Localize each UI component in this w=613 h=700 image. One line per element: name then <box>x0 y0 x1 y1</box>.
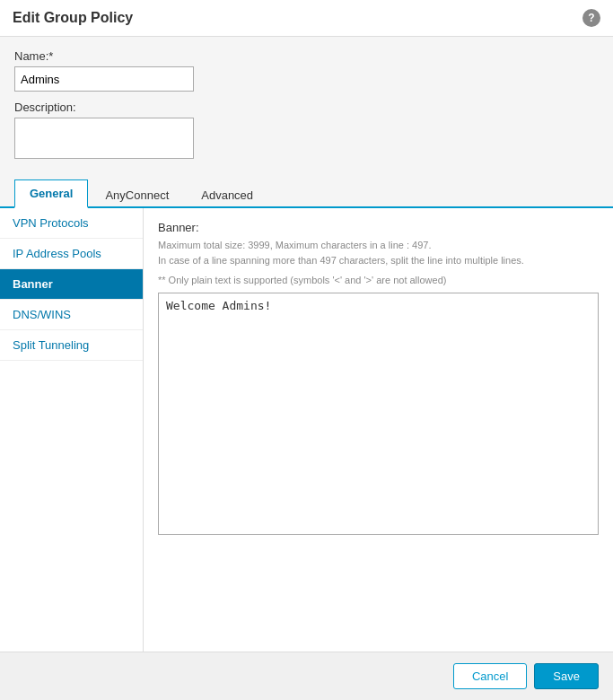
tab-anyconnect[interactable]: AnyConnect <box>90 181 184 208</box>
banner-info: Maximum total size: 3999, Maximum charac… <box>158 238 599 267</box>
sidebar-item-split-tunneling[interactable]: Split Tunneling <box>0 330 143 361</box>
tab-advanced[interactable]: Advanced <box>186 181 268 208</box>
sidebar-item-banner[interactable]: Banner <box>0 269 143 300</box>
name-group: Name:* <box>14 49 599 92</box>
content-area: VPN Protocols IP Address Pools Banner DN… <box>0 208 613 652</box>
description-group: Description: <box>14 101 599 162</box>
title-bar: Edit Group Policy ? <box>0 0 613 37</box>
page-title: Edit Group Policy <box>13 10 133 26</box>
name-input[interactable] <box>14 66 194 92</box>
tab-general[interactable]: General <box>14 179 88 208</box>
tabs-bar: General AnyConnect Advanced <box>0 171 613 208</box>
save-button[interactable]: Save <box>534 663 599 689</box>
banner-textarea[interactable]: Welcome Admins! <box>158 293 599 535</box>
main-panel: Banner: Maximum total size: 3999, Maximu… <box>144 208 613 652</box>
sidebar-item-vpn-protocols[interactable]: VPN Protocols <box>0 208 143 239</box>
help-icon[interactable]: ? <box>582 9 600 27</box>
cancel-button[interactable]: Cancel <box>453 663 527 689</box>
form-area: Name:* Description: <box>0 37 613 171</box>
banner-note: ** Only plain text is supported (symbols… <box>158 275 599 285</box>
description-label: Description: <box>14 101 599 114</box>
description-input[interactable] <box>14 118 194 159</box>
sidebar: VPN Protocols IP Address Pools Banner DN… <box>0 208 144 652</box>
footer: Cancel Save <box>0 652 613 700</box>
sidebar-item-ip-address-pools[interactable]: IP Address Pools <box>0 239 143 269</box>
sidebar-item-dns-wins[interactable]: DNS/WINS <box>0 300 143 330</box>
banner-label: Banner: <box>158 221 599 234</box>
name-label: Name:* <box>14 49 599 63</box>
